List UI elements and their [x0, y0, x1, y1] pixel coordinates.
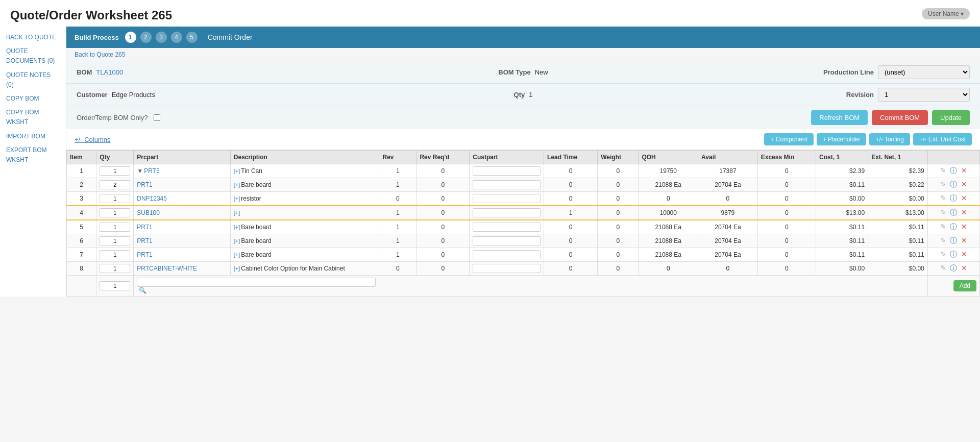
sidebar-item-import-bom[interactable]: IMPORT BOM	[0, 130, 66, 143]
info-icon[interactable]: ⓘ	[950, 166, 957, 175]
cell-custpart[interactable]	[470, 248, 544, 262]
cell-qty[interactable]	[96, 178, 134, 192]
custpart-input[interactable]	[473, 250, 541, 259]
build-step-5[interactable]: 5	[186, 32, 198, 43]
prcpart-link[interactable]: PRT5	[144, 167, 159, 175]
edit-icon[interactable]: ✎	[940, 250, 946, 258]
cell-custpart[interactable]	[470, 178, 544, 192]
commit-bom-button[interactable]: Commit BOM	[872, 110, 928, 125]
plus-button[interactable]: [+]	[234, 265, 240, 272]
user-menu[interactable]: User Name ▾	[922, 8, 970, 19]
qty-input[interactable]	[100, 223, 130, 232]
delete-icon[interactable]: ✕	[961, 180, 967, 188]
add-row-button[interactable]: Add	[953, 280, 976, 291]
delete-icon[interactable]: ✕	[961, 166, 967, 175]
cell-qty[interactable]	[96, 164, 134, 178]
info-icon[interactable]: ⓘ	[950, 250, 957, 258]
qty-input[interactable]	[100, 194, 130, 203]
prcpart-link[interactable]: PRT1	[137, 224, 152, 231]
cell-qty[interactable]	[96, 192, 134, 206]
edit-icon[interactable]: ✎	[940, 166, 946, 175]
prcpart-link[interactable]: PRTCABINET-WHITE	[137, 265, 197, 272]
delete-icon[interactable]: ✕	[961, 208, 967, 216]
custpart-input[interactable]	[473, 208, 541, 217]
add-placeholder-button[interactable]: + Placeholder	[817, 133, 867, 145]
info-icon[interactable]: ⓘ	[950, 264, 957, 272]
qty-input[interactable]	[100, 208, 130, 217]
edit-icon[interactable]: ✎	[940, 208, 946, 216]
plus-button[interactable]: [+]	[234, 210, 240, 216]
info-icon[interactable]: ⓘ	[950, 194, 957, 202]
qty-input[interactable]	[100, 264, 130, 273]
plus-button[interactable]: [+]	[234, 238, 240, 244]
qty-input[interactable]	[100, 236, 130, 245]
sidebar-item-copy-bom[interactable]: COPY BOM	[0, 92, 66, 106]
custpart-input[interactable]	[473, 194, 541, 203]
cell-qty[interactable]	[96, 206, 134, 220]
add-component-button[interactable]: + Component	[764, 133, 813, 145]
prcpart-link[interactable]: PRT1	[137, 181, 152, 188]
edit-icon[interactable]: ✎	[940, 236, 946, 244]
custpart-input[interactable]	[473, 264, 541, 273]
qty-input[interactable]	[100, 180, 130, 189]
delete-icon[interactable]: ✕	[961, 223, 967, 231]
plus-button[interactable]: [+]	[234, 252, 240, 258]
refresh-bom-button[interactable]: Refresh BOM	[811, 110, 868, 125]
custpart-input[interactable]	[473, 236, 541, 245]
edit-icon[interactable]: ✎	[940, 180, 946, 188]
add-tooling-button[interactable]: +/- Tooling	[869, 133, 910, 145]
sidebar-item-quote-documents[interactable]: QUOTE DOCUMENTS (0)	[0, 44, 66, 68]
sidebar-item-back-to-quote[interactable]: BACK TO QUOTE	[0, 31, 66, 44]
custpart-input[interactable]	[473, 180, 541, 189]
sidebar-item-export-bom-wksht[interactable]: EXPORT BOM WKSHT	[0, 143, 66, 167]
build-step-3[interactable]: 3	[156, 32, 167, 43]
custpart-input[interactable]	[473, 166, 541, 176]
edit-icon[interactable]: ✎	[940, 194, 946, 202]
edit-icon[interactable]: ✎	[940, 223, 946, 231]
info-icon[interactable]: ⓘ	[950, 236, 957, 244]
info-icon[interactable]: ⓘ	[950, 208, 957, 216]
cell-custpart[interactable]	[470, 206, 544, 220]
build-step-1[interactable]: 1	[125, 32, 136, 43]
order-temp-checkbox[interactable]	[154, 114, 160, 121]
prcpart-link[interactable]: PRT1	[137, 237, 152, 244]
delete-icon[interactable]: ✕	[961, 236, 967, 244]
plus-button[interactable]: [+]	[234, 182, 240, 188]
cell-qty[interactable]	[96, 262, 134, 276]
build-step-2[interactable]: 2	[140, 32, 152, 43]
prcpart-link[interactable]: PRT1	[137, 251, 152, 258]
plus-button[interactable]: [+]	[234, 195, 240, 202]
prcpart-link[interactable]: SUB100	[137, 209, 160, 216]
footer-search-input[interactable]	[137, 278, 376, 287]
plus-columns-button[interactable]: +/- Columns	[75, 136, 110, 143]
prcpart-link[interactable]: DNP12345	[137, 195, 167, 202]
cell-qty[interactable]	[96, 248, 134, 262]
cell-qty[interactable]	[96, 220, 134, 234]
footer-qty-input[interactable]	[100, 281, 130, 290]
cell-custpart[interactable]	[470, 234, 544, 248]
delete-icon[interactable]: ✕	[961, 250, 967, 258]
qty-input[interactable]	[100, 250, 130, 259]
cell-custpart[interactable]	[470, 192, 544, 206]
cell-qty[interactable]	[96, 234, 134, 248]
edit-icon[interactable]: ✎	[940, 264, 946, 272]
user-badge[interactable]: User Name ▾	[922, 8, 970, 19]
dropdown-arrow-icon[interactable]: ▼	[137, 167, 143, 175]
info-icon[interactable]: ⓘ	[950, 180, 957, 188]
revision-select[interactable]: 1	[878, 88, 970, 102]
plus-button[interactable]: [+]	[234, 224, 240, 230]
plus-button[interactable]: [+]	[234, 168, 240, 174]
cell-custpart[interactable]	[470, 164, 544, 178]
ext-unit-cost-button[interactable]: +/- Ext. Unit Cost	[913, 133, 972, 145]
cell-custpart[interactable]	[470, 262, 544, 276]
cell-custpart[interactable]	[470, 220, 544, 234]
qty-input[interactable]	[100, 166, 130, 176]
build-step-4[interactable]: 4	[171, 32, 182, 43]
sidebar-item-copy-bom-wksht[interactable]: COPY BOM WKSHT	[0, 106, 66, 129]
custpart-input[interactable]	[473, 223, 541, 232]
update-button[interactable]: Update	[932, 110, 970, 125]
delete-icon[interactable]: ✕	[961, 264, 967, 272]
back-to-quote-link[interactable]: Back to Quote 265	[75, 51, 125, 58]
delete-icon[interactable]: ✕	[961, 194, 967, 202]
sidebar-item-quote-notes[interactable]: QUOTE NOTES (0)	[0, 68, 66, 92]
